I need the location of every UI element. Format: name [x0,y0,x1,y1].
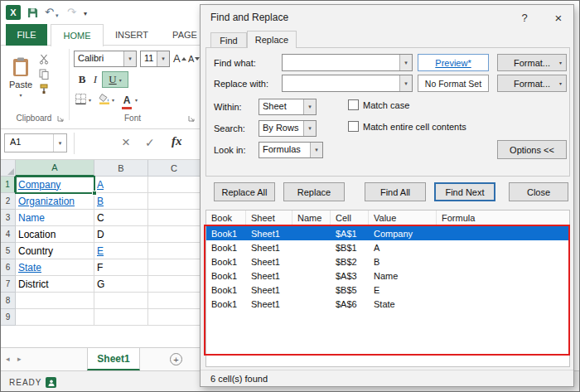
match-entire-checkbox[interactable]: Match entire cell contents [348,121,466,132]
copy-icon[interactable] [39,69,49,80]
cell-column-c[interactable] [148,177,200,193]
find-what-input[interactable]: ▾ [282,54,413,71]
row-header[interactable]: 8 [1,293,16,309]
italic-button[interactable]: I [90,72,100,87]
tab-replace[interactable]: Replace [247,31,297,48]
column-header-a[interactable]: A [16,160,94,177]
cell-column-b[interactable] [94,309,148,326]
result-row[interactable]: Book1 Sheet1 $B$5 E [206,283,569,297]
cell-column-c[interactable] [148,309,200,326]
column-header-b[interactable]: B [94,160,148,177]
font-dialog-launcher-icon[interactable] [188,115,195,122]
tab-insert[interactable]: INSERT [107,24,157,46]
enter-icon[interactable]: ✓ [145,136,155,149]
accessibility-status-icon[interactable] [46,377,56,388]
column-header-formula[interactable]: Formula [437,211,569,225]
look-in-dropdown-icon[interactable]: ▾ [310,143,322,157]
row-header[interactable]: 6 [1,259,16,276]
cell-column-c[interactable] [148,226,200,243]
undo-icon[interactable]: ↶ [45,7,54,17]
cell-column-b[interactable] [94,293,148,309]
column-header-name[interactable]: Name [292,211,331,225]
bold-button[interactable]: B [75,72,89,87]
search-dropdown-icon[interactable]: ▾ [303,121,316,136]
cancel-icon[interactable]: × [122,134,130,151]
font-size-dropdown-icon[interactable]: ▾ [157,51,169,66]
search-select[interactable]: By Rows ▾ [259,120,317,137]
row-header[interactable]: 3 [1,210,16,226]
excel-logo-icon[interactable]: X [6,5,21,20]
find-format-button[interactable]: Format... ▾ [497,54,567,71]
font-color-button[interactable]: A [122,92,132,109]
fill-color-icon[interactable] [99,93,110,104]
name-box-dropdown-icon[interactable]: ▾ [53,134,66,152]
format-painter-icon[interactable] [39,84,49,94]
borders-icon[interactable] [75,94,86,104]
options-button[interactable]: Options << [497,140,567,159]
row-header[interactable]: 5 [1,243,16,259]
sheet-nav-right-icon[interactable]: ▸ [17,355,22,363]
column-header-book[interactable]: Book [206,211,246,225]
cell-column-b[interactable]: F [94,259,148,276]
cell-column-b[interactable]: G [94,276,148,293]
result-row[interactable]: Book1 Sheet1 $B$1 A [206,240,569,254]
cell-column-c[interactable] [148,210,200,226]
cell-column-a[interactable]: Organization [16,193,94,210]
cell-column-a[interactable] [16,293,94,309]
row-header[interactable]: 1 [1,177,16,193]
help-button[interactable]: ? [512,9,537,26]
cell-column-a[interactable]: Location [16,226,94,243]
match-case-checkbox[interactable]: Match case [348,99,409,110]
cell-column-c[interactable] [148,243,200,259]
within-select[interactable]: Sheet ▾ [259,99,317,115]
replace-format-button[interactable]: Format... ▾ [497,75,567,92]
insert-function-icon[interactable]: fx [172,134,182,148]
cell-column-b[interactable]: B [94,193,148,210]
cell-column-b[interactable]: E [94,243,148,259]
close-button[interactable]: Close [509,182,568,201]
borders-dropdown-icon[interactable]: ▾ [89,97,91,103]
cell-column-c[interactable] [148,293,200,309]
cell-column-a[interactable]: Name [16,210,94,226]
column-header-cell[interactable]: Cell [331,211,369,225]
underline-button[interactable]: U ▾ [102,71,128,88]
tab-home[interactable]: HOME [51,24,104,46]
name-box[interactable]: A1 ▾ [4,133,67,152]
result-row[interactable]: Book1 Sheet1 $B$2 B [206,254,569,269]
result-row[interactable]: Book1 Sheet1 $A$6 State [206,297,569,311]
cell-column-a[interactable]: District [16,276,94,293]
cell-column-c[interactable] [148,193,200,210]
font-size-combo[interactable]: 11 ▾ [140,51,170,67]
replace-with-dropdown-icon[interactable]: ▾ [399,75,412,91]
cell-column-c[interactable] [148,259,200,276]
find-next-button[interactable]: Find Next [434,182,495,201]
column-header-c[interactable]: C [148,160,200,177]
font-name-combo[interactable]: Calibri ▾ [74,51,137,67]
clipboard-dialog-launcher-icon[interactable] [57,115,64,122]
close-icon[interactable]: × [547,9,570,26]
column-header-value[interactable]: Value [369,211,437,225]
new-sheet-button[interactable]: + [170,353,182,365]
redo-icon[interactable]: ↷ [67,7,76,17]
within-dropdown-icon[interactable]: ▾ [303,99,316,114]
result-row[interactable]: Book1 Sheet1 $A$3 Name [206,269,569,283]
undo-dropdown-icon[interactable]: ▾ [56,10,59,21]
sheet-nav-left-icon[interactable]: ◂ [6,355,10,363]
row-header[interactable]: 4 [1,226,16,243]
cut-icon[interactable] [39,54,49,65]
cell-column-a[interactable]: Country [16,243,94,259]
find-what-dropdown-icon[interactable]: ▾ [399,55,412,70]
select-all-corner[interactable] [1,160,16,177]
cell-column-a[interactable]: State [16,259,94,276]
column-header-sheet[interactable]: Sheet [246,211,292,225]
fill-color-dropdown-icon[interactable]: ▾ [112,97,114,103]
replace-all-button[interactable]: Replace All [214,182,275,201]
row-header[interactable]: 2 [1,193,16,210]
sheet-tab-sheet1[interactable]: Sheet1 [87,348,140,370]
result-row[interactable]: Book1 Sheet1 $A$1 Company [206,226,569,240]
cell-column-b[interactable]: D [94,226,148,243]
tab-find[interactable]: Find [210,32,247,47]
tab-file[interactable]: FILE [6,24,47,46]
row-header[interactable]: 9 [1,309,16,326]
replace-with-input[interactable]: ▾ [282,75,413,92]
